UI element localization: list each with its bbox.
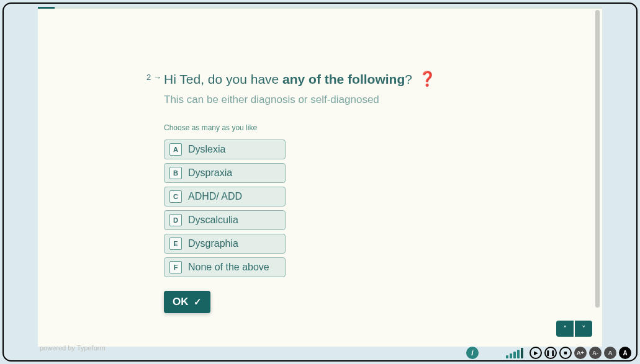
a-plus-icon: A+ <box>577 350 584 356</box>
next-question-button[interactable]: ˅ <box>575 321 592 337</box>
a-icon: A <box>623 350 627 357</box>
question-subtitle: This can be either diagnosis or self-dia… <box>164 94 565 106</box>
title-suffix: ? <box>405 72 412 86</box>
option-b[interactable]: B Dyspraxia <box>164 163 286 183</box>
signal-icon <box>506 348 523 358</box>
stop-icon: ■ <box>564 350 567 356</box>
play-button[interactable]: ▶ <box>530 347 542 359</box>
option-key: A <box>169 143 182 156</box>
scrollbar[interactable] <box>595 10 600 345</box>
option-a[interactable]: A Dyslexia <box>164 140 286 159</box>
play-icon: ▶ <box>534 350 538 356</box>
chevron-down-icon: ˅ <box>582 324 586 334</box>
check-icon: ✓ <box>194 296 202 308</box>
a-minus-icon: A- <box>592 350 598 356</box>
brand-icon[interactable]: i <box>466 347 479 359</box>
question-block: 2 → Hi Ted, do you have any of the follo… <box>164 69 565 313</box>
option-key: B <box>169 167 182 179</box>
option-label: Dysgraphia <box>188 238 238 249</box>
question-mark-icon: ❓ <box>418 71 436 87</box>
prev-question-button[interactable]: ˄ <box>556 321 574 337</box>
nav-arrows: ˄ ˅ <box>556 321 592 337</box>
pause-button[interactable]: ❚❚ <box>544 347 557 359</box>
scrollbar-thumb[interactable] <box>595 10 600 308</box>
ok-label: OK <box>173 296 189 308</box>
option-label: Dyslexia <box>188 144 225 155</box>
option-label: Dyspraxia <box>188 167 232 179</box>
question-hint: Choose as many as you like <box>164 123 565 132</box>
options-list: A Dyslexia B Dyspraxia C ADHD/ ADD D Dys… <box>164 140 565 277</box>
option-e[interactable]: E Dysgraphia <box>164 234 286 254</box>
a-icon: A <box>608 350 613 356</box>
option-c[interactable]: C ADHD/ ADD <box>164 187 286 206</box>
question-title: Hi Ted, do you have any of the following… <box>164 69 565 89</box>
a-contrast-button[interactable]: A <box>619 347 631 359</box>
ok-button[interactable]: OK ✓ <box>164 291 210 313</box>
title-prefix: Hi Ted, do you have <box>164 72 282 86</box>
option-d[interactable]: D Dyscalculia <box>164 210 286 230</box>
option-key: E <box>169 237 182 250</box>
chevron-up-icon: ˄ <box>563 324 567 334</box>
powered-by[interactable]: powered by Typeform <box>40 344 106 352</box>
pause-icon: ❚❚ <box>546 350 556 356</box>
a-settings-button[interactable]: A <box>604 347 616 359</box>
form-panel: 2 → Hi Ted, do you have any of the follo… <box>38 7 602 347</box>
stop-button[interactable]: ■ <box>559 347 572 359</box>
a-plus-button[interactable]: A+ <box>574 347 587 359</box>
progress-bar <box>38 7 602 9</box>
option-key: C <box>169 190 182 203</box>
option-key: F <box>169 261 182 273</box>
option-label: ADHD/ ADD <box>188 191 242 202</box>
option-key: D <box>169 214 182 226</box>
option-label: None of the above <box>188 262 269 273</box>
progress-fill <box>38 7 55 9</box>
option-label: Dyscalculia <box>188 215 238 226</box>
title-bold: any of the following <box>282 72 405 86</box>
option-f[interactable]: F None of the above <box>164 257 286 277</box>
player-controls: i ▶ ❚❚ ■ A+ A- A A <box>466 347 631 359</box>
a-minus-button[interactable]: A- <box>589 347 602 359</box>
arrow-right-icon: → <box>153 73 161 82</box>
question-number: 2 <box>146 73 151 82</box>
